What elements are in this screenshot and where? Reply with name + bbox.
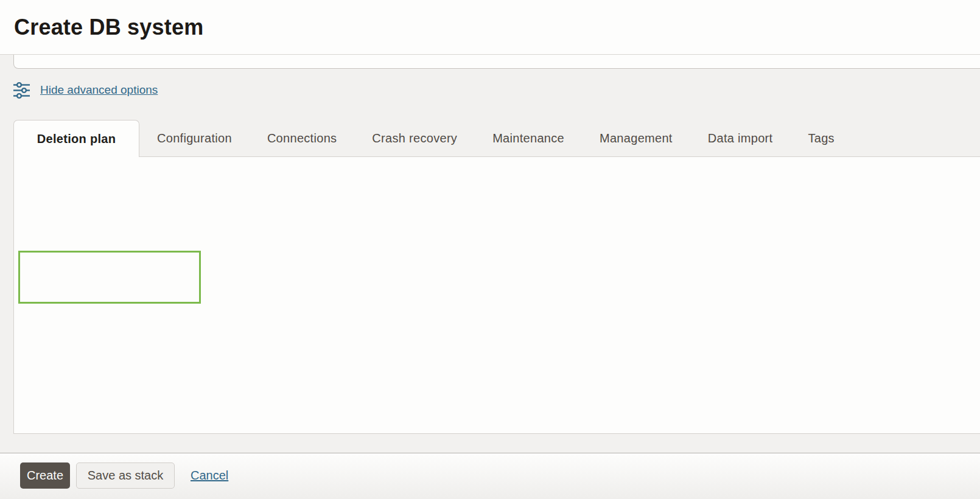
page-title: Create DB system (14, 15, 203, 40)
tab-deletion-plan[interactable]: Deletion plan (13, 120, 139, 157)
tab-connections[interactable]: Connections (250, 120, 354, 157)
tab-data-import[interactable]: Data import (690, 120, 791, 157)
sliders-icon (12, 81, 31, 100)
create-button[interactable]: Create (20, 462, 70, 489)
cancel-link[interactable]: Cancel (191, 462, 228, 489)
scrolled-section-edge (13, 55, 980, 69)
tab-maintenance[interactable]: Maintenance (475, 120, 582, 157)
hide-advanced-options-link[interactable]: Hide advanced options (40, 83, 158, 97)
tab-configuration[interactable]: Configuration (139, 120, 250, 157)
deletion-plan-panel (13, 156, 980, 434)
save-as-stack-button[interactable]: Save as stack (76, 462, 175, 489)
tab-tags[interactable]: Tags (790, 120, 852, 157)
page-header: Create DB system (0, 0, 980, 55)
advanced-options-row: Hide advanced options (12, 80, 158, 100)
tab-management[interactable]: Management (582, 120, 690, 157)
tab-crash-recovery[interactable]: Crash recovery (354, 120, 475, 157)
footer-action-bar: Create Save as stack Cancel (0, 453, 980, 499)
tab-bar: Deletion plan Configuration Connections … (13, 120, 980, 157)
